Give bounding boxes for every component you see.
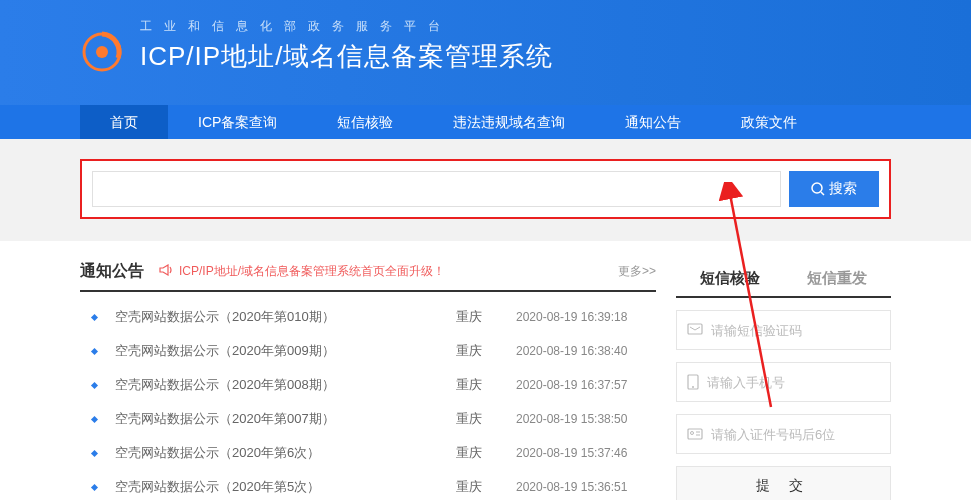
bullet-icon xyxy=(91,381,98,388)
search-area: 搜索 xyxy=(0,139,971,241)
logo xyxy=(80,30,124,78)
announcement-marquee[interactable]: ICP/IP地址/域名信息备案管理系统首页全面升级！ xyxy=(179,263,445,280)
svg-point-6 xyxy=(692,386,694,388)
bullet-icon xyxy=(91,449,98,456)
phone-field xyxy=(676,362,891,402)
svg-point-1 xyxy=(96,46,108,58)
main-content: 通知公告 ICP/IP地址/域名信息备案管理系统首页全面升级！ 更多>> 空壳网… xyxy=(80,261,656,500)
search-box-highlighted: 搜索 xyxy=(80,159,891,219)
megaphone-icon xyxy=(159,264,173,279)
notice-list: 空壳网站数据公示（2020年第010期）重庆2020-08-19 16:39:1… xyxy=(80,300,656,500)
svg-rect-7 xyxy=(688,429,702,439)
bullet-icon xyxy=(91,415,98,422)
list-item[interactable]: 空壳网站数据公示（2020年第007期）重庆2020-08-19 15:38:5… xyxy=(80,402,656,436)
id-card-icon xyxy=(687,428,703,440)
nav-sms-verify[interactable]: 短信核验 xyxy=(307,105,423,139)
svg-line-3 xyxy=(821,192,824,195)
nav-home[interactable]: 首页 xyxy=(80,105,168,139)
submit-button[interactable]: 提 交 xyxy=(676,466,891,500)
list-item[interactable]: 空壳网站数据公示（2020年第008期）重庆2020-08-19 16:37:5… xyxy=(80,368,656,402)
tab-sms-verify[interactable]: 短信核验 xyxy=(676,261,784,296)
id-field xyxy=(676,414,891,454)
header-subtitle: 工业和信息化部政务服务平台 xyxy=(140,18,971,35)
id-input[interactable] xyxy=(711,427,880,442)
search-icon xyxy=(811,182,825,196)
nav-policy[interactable]: 政策文件 xyxy=(711,105,827,139)
verify-panel: 短信核验 短信重发 提 交 xyxy=(676,261,891,500)
search-button[interactable]: 搜索 xyxy=(789,171,879,207)
bullet-icon xyxy=(91,483,98,490)
search-input[interactable] xyxy=(92,171,781,207)
nav-notice[interactable]: 通知公告 xyxy=(595,105,711,139)
header-title: ICP/IP地址/域名信息备案管理系统 xyxy=(140,39,971,74)
message-icon xyxy=(687,323,703,337)
list-item[interactable]: 空壳网站数据公示（2020年第009期）重庆2020-08-19 16:38:4… xyxy=(80,334,656,368)
phone-icon xyxy=(687,374,699,390)
notice-more-link[interactable]: 更多>> xyxy=(618,263,656,280)
page-header: 工业和信息化部政务服务平台 ICP/IP地址/域名信息备案管理系统 xyxy=(0,0,971,105)
tab-sms-resend[interactable]: 短信重发 xyxy=(784,261,892,296)
svg-rect-4 xyxy=(688,324,702,334)
bullet-icon xyxy=(91,347,98,354)
nav-illegal-domain[interactable]: 违法违规域名查询 xyxy=(423,105,595,139)
notice-section-title: 通知公告 xyxy=(80,261,144,282)
sms-code-field xyxy=(676,310,891,350)
list-item[interactable]: 空壳网站数据公示（2020年第6次）重庆2020-08-19 15:37:46 xyxy=(80,436,656,470)
svg-point-2 xyxy=(812,183,822,193)
list-item[interactable]: 空壳网站数据公示（2020年第010期）重庆2020-08-19 16:39:1… xyxy=(80,300,656,334)
list-item[interactable]: 空壳网站数据公示（2020年第5次）重庆2020-08-19 15:36:51 xyxy=(80,470,656,500)
nav-icp-query[interactable]: ICP备案查询 xyxy=(168,105,307,139)
phone-input[interactable] xyxy=(707,375,880,390)
sms-code-input[interactable] xyxy=(711,323,880,338)
main-nav: 首页 ICP备案查询 短信核验 违法违规域名查询 通知公告 政策文件 xyxy=(0,105,971,139)
svg-point-8 xyxy=(691,432,694,435)
bullet-icon xyxy=(91,313,98,320)
